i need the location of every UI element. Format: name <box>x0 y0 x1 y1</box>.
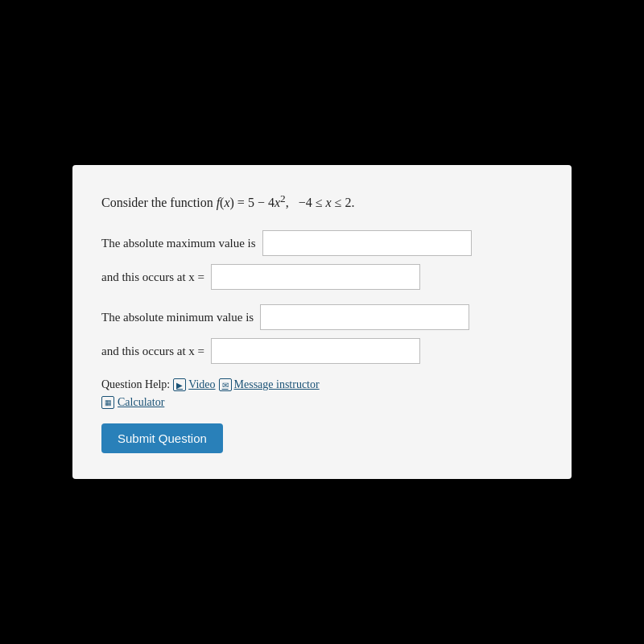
help-label: Question Help: <box>101 378 170 391</box>
min-value-row: The absolute minimum value is <box>101 304 543 330</box>
video-icon: ▶ <box>173 378 186 391</box>
message-instructor-link[interactable]: ✉ Message instructor <box>219 378 320 391</box>
function-math: f(x) = 5 − 4x2, −4 ≤ x ≤ 2. <box>217 196 355 209</box>
min-x-row: and this occurs at x = <box>101 338 543 364</box>
video-link[interactable]: ▶ Video <box>173 378 215 391</box>
max-value-input[interactable] <box>262 230 472 256</box>
submit-button[interactable]: Submit Question <box>101 423 223 453</box>
question-card: Consider the function f(x) = 5 − 4x2, −4… <box>72 165 572 479</box>
max-x-input[interactable] <box>211 264 420 290</box>
calculator-row: ▦ Calculator <box>101 396 543 409</box>
calculator-icon: ▦ <box>101 396 114 409</box>
min-x-input[interactable] <box>211 338 420 364</box>
min-value-input[interactable] <box>260 304 469 330</box>
video-label: Video <box>188 378 215 391</box>
calculator-link[interactable]: Calculator <box>118 396 164 409</box>
problem-statement: Consider the function f(x) = 5 − 4x2, −4… <box>101 191 543 213</box>
max-x-label: and this occurs at x = <box>101 270 204 284</box>
message-icon: ✉ <box>219 378 232 391</box>
statement-prefix: Consider the function <box>101 196 217 209</box>
min-x-label: and this occurs at x = <box>101 345 204 358</box>
message-label: Message instructor <box>234 378 320 391</box>
max-x-row: and this occurs at x = <box>101 264 543 290</box>
max-value-row: The absolute maximum value is <box>101 230 543 256</box>
help-row: Question Help: ▶ Video ✉ Message instruc… <box>101 378 543 391</box>
max-value-label: The absolute maximum value is <box>101 237 256 250</box>
min-value-label: The absolute minimum value is <box>101 311 254 324</box>
